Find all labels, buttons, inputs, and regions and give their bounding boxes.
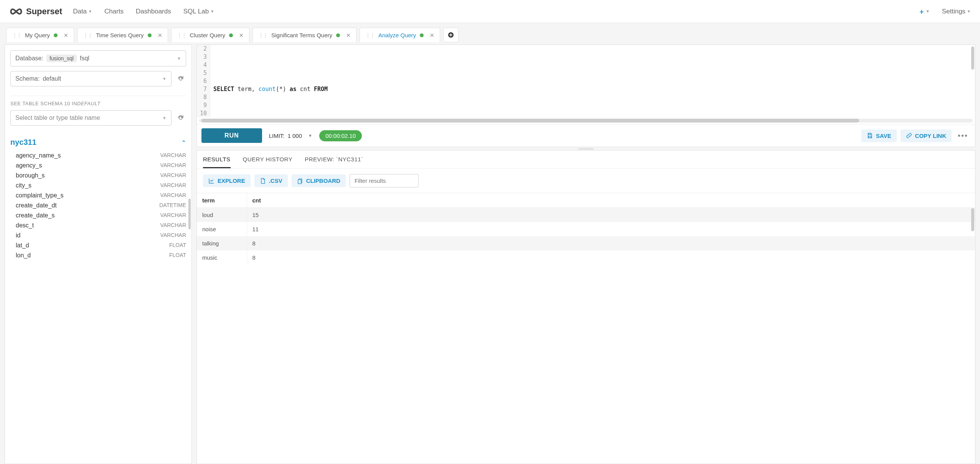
scrollbar[interactable] [971,208,974,231]
column-row[interactable]: agency_sVARCHAR [16,161,186,171]
column-name: agency_s [16,162,42,169]
add-tab-button[interactable] [443,28,459,42]
clipboard-icon [297,178,303,184]
column-row[interactable]: lat_dFLOAT [16,240,186,250]
top-nav: Superset Data▼ Charts Dashboards SQL Lab… [0,0,980,23]
drag-handle-icon[interactable]: ⋮⋮ [258,32,267,38]
column-type: VARCHAR [160,162,186,169]
caret-down-icon: ▼ [162,116,167,120]
limit-label: LIMIT: [269,133,285,139]
column-type: FLOAT [169,242,186,249]
tab-results[interactable]: RESULTS [203,156,231,168]
nav-data[interactable]: Data▼ [73,8,92,15]
csv-button[interactable]: .CSV [254,174,288,187]
code-area[interactable]: 23456789101112 SELECT term, count(*) as … [197,45,975,117]
table-row[interactable]: noise11 [197,222,975,236]
tab-time-series[interactable]: ⋮⋮ Time Series Query ✕ [77,28,168,42]
scrollbar[interactable] [971,46,974,70]
table-row[interactable]: music8 [197,250,975,265]
column-row[interactable]: create_date_sVARCHAR [16,210,186,220]
run-button[interactable]: RUN [201,128,262,143]
column-name: create_date_s [16,212,54,219]
svg-rect-2 [298,179,301,184]
limit-select[interactable]: LIMIT: 1 000 ▼ [269,133,312,139]
save-button[interactable]: SAVE [861,129,897,142]
drag-handle-icon[interactable]: ⋮⋮ [365,32,375,38]
column-name: create_date_dt [16,202,57,209]
column-name: lat_d [16,242,29,249]
refresh-schema-button[interactable] [175,73,186,84]
tab-significant-terms[interactable]: ⋮⋮ Significant Terms Query ✕ [252,28,356,42]
schema-hint: SEE TABLE SCHEMA 10 INDEFAULT [10,101,186,106]
column-type: FLOAT [169,252,186,259]
close-icon[interactable]: ✕ [158,32,162,38]
nav-charts[interactable]: Charts [104,8,124,15]
resize-handle[interactable]: ════ [196,147,975,150]
drag-handle-icon[interactable]: ⋮⋮ [12,32,21,38]
copy-link-button[interactable]: COPY LINK [901,129,952,142]
table-title[interactable]: nyc311 ⌃ [10,138,186,147]
close-icon[interactable]: ✕ [64,32,68,38]
save-icon [867,133,873,139]
refresh-table-button[interactable] [175,113,186,123]
close-icon[interactable]: ✕ [346,32,351,38]
nav-items: Data▼ Charts Dashboards SQL Lab▼ [73,8,214,15]
add-button[interactable]: ＋▼ [918,7,930,16]
more-menu-button[interactable]: ••• [955,131,970,140]
status-dot-icon [420,33,424,37]
column-type: DATETIME [159,202,186,209]
column-name: desc_t [16,222,34,229]
clipboard-button[interactable]: CLIPBOARD [292,174,346,187]
tab-my-query[interactable]: ⋮⋮ My Query ✕ [6,28,74,42]
column-type: VARCHAR [160,232,186,239]
column-row[interactable]: complaint_type_sVARCHAR [16,191,186,201]
table-select[interactable]: Select table or type table name ▼ [10,110,172,126]
column-header-term[interactable]: term [197,193,247,208]
tab-analyze[interactable]: ⋮⋮ Analyze Query ✕ [360,28,440,42]
table-placeholder: Select table or type table name [15,114,100,121]
close-icon[interactable]: ✕ [430,32,434,38]
tab-preview[interactable]: PREVIEW: `NYC311` [305,156,363,168]
horizontal-scrollbar[interactable] [199,119,973,123]
right-panel: 23456789101112 SELECT term, count(*) as … [196,45,975,464]
results-table: term cnt loud15noise11talking8music8 [197,193,975,265]
column-row[interactable]: create_date_dtDATETIME [16,201,186,210]
cell-term: noise [197,222,247,236]
database-select[interactable]: Database: fusion_sql fsql ▼ [10,50,186,66]
caret-down-icon: ▼ [308,133,312,138]
nav-settings[interactable]: Settings▼ [942,8,971,15]
tab-cluster[interactable]: ⋮⋮ Cluster Query ✕ [171,28,250,42]
database-tag: fusion_sql [46,55,77,62]
column-name: lon_d [16,252,31,259]
code-lines[interactable]: SELECT term, count(*) as cnt FROM (selec… [210,45,975,117]
nav-right: ＋▼ Settings▼ [918,7,971,16]
column-row[interactable]: city_sVARCHAR [16,181,186,191]
column-name: city_s [16,182,31,189]
database-label: Database: [15,55,43,62]
table-row[interactable]: talking8 [197,236,975,250]
close-icon[interactable]: ✕ [239,32,244,38]
tab-query-history[interactable]: QUERY HISTORY [243,156,293,168]
tab-label: Significant Terms Query [271,32,332,38]
scrollbar[interactable] [188,199,191,229]
table-row[interactable]: loud15 [197,208,975,222]
nav-dashboards[interactable]: Dashboards [136,8,171,15]
caret-down-icon: ▼ [210,9,214,13]
refresh-icon [177,75,184,82]
drag-handle-icon[interactable]: ⋮⋮ [83,32,92,38]
column-header-cnt[interactable]: cnt [247,193,975,208]
drag-handle-icon[interactable]: ⋮⋮ [177,32,186,38]
filter-results-input[interactable] [350,174,419,187]
column-row[interactable]: borough_sVARCHAR [16,171,186,181]
brand-logo[interactable]: Superset [9,7,62,17]
database-value: fsql [80,55,89,62]
column-row[interactable]: idVARCHAR [16,230,186,240]
column-row[interactable]: lon_dFLOAT [16,250,186,260]
schema-select[interactable]: Schema: default ▼ [10,71,172,86]
sql-editor: 23456789101112 SELECT term, count(*) as … [196,45,975,147]
column-row[interactable]: desc_tVARCHAR [16,220,186,230]
caret-down-icon: ▼ [162,76,167,81]
nav-sqllab[interactable]: SQL Lab▼ [183,8,214,15]
column-row[interactable]: agency_name_sVARCHAR [16,151,186,161]
explore-button[interactable]: EXPLORE [203,174,251,187]
